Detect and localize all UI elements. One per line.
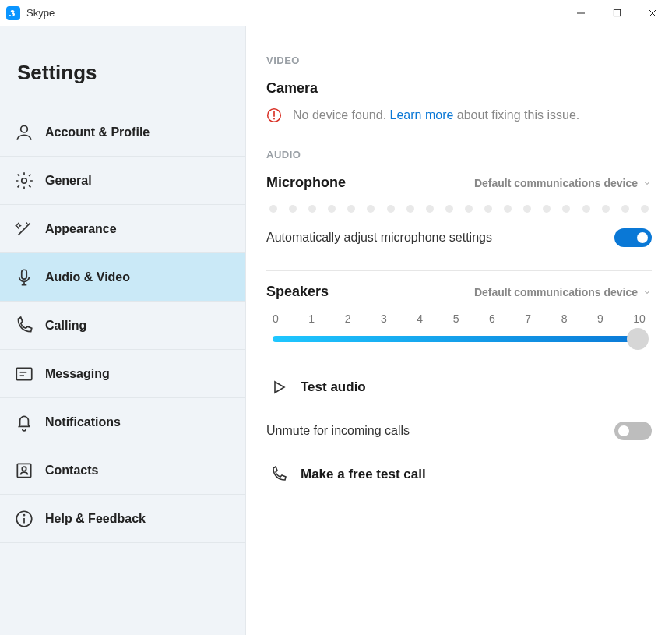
close-button[interactable] bbox=[635, 1, 670, 26]
audio-section-label: AUDIO bbox=[266, 149, 652, 161]
sidebar: Settings Account & Profile General Appea… bbox=[0, 26, 246, 635]
chevron-down-icon bbox=[642, 288, 652, 297]
contacts-icon bbox=[14, 460, 34, 481]
sidebar-item-label: Account & Profile bbox=[45, 125, 150, 139]
window-title: Skype bbox=[26, 7, 55, 19]
phone-icon bbox=[269, 465, 288, 484]
sidebar-item-label: Audio & Video bbox=[45, 270, 130, 284]
sidebar-item-messaging[interactable]: Messaging bbox=[0, 350, 245, 398]
info-icon bbox=[14, 509, 34, 529]
app-icon bbox=[6, 6, 20, 20]
phone-icon bbox=[14, 316, 34, 336]
person-icon bbox=[14, 122, 34, 143]
sidebar-item-notifications[interactable]: Notifications bbox=[0, 398, 245, 446]
camera-warning: No device found. Learn more about fixing… bbox=[266, 108, 652, 123]
unmute-incoming-toggle[interactable] bbox=[614, 422, 652, 440]
sidebar-item-label: General bbox=[45, 174, 92, 188]
speaker-volume-ticks: 012345678910 bbox=[273, 312, 646, 325]
microphone-device-select[interactable]: Default communications device bbox=[474, 177, 652, 189]
slider-thumb[interactable] bbox=[627, 328, 649, 350]
sidebar-item-label: Calling bbox=[45, 319, 86, 333]
speakers-heading: Speakers bbox=[266, 284, 329, 300]
speakers-device-select[interactable]: Default communications device bbox=[474, 286, 652, 298]
test-audio-label: Test audio bbox=[301, 379, 366, 395]
speakers-device-label: Default communications device bbox=[474, 286, 638, 298]
gear-icon bbox=[14, 171, 34, 191]
svg-rect-7 bbox=[16, 368, 32, 379]
sidebar-item-help-feedback[interactable]: Help & Feedback bbox=[0, 495, 245, 543]
microphone-device-label: Default communications device bbox=[474, 177, 638, 189]
microphone-level-meter bbox=[269, 205, 649, 213]
make-test-call-button[interactable]: Make a free test call bbox=[266, 451, 652, 498]
maximize-button[interactable] bbox=[599, 1, 635, 26]
svg-point-17 bbox=[273, 118, 275, 120]
sidebar-item-label: Notifications bbox=[45, 415, 121, 429]
microphone-heading: Microphone bbox=[266, 175, 346, 191]
message-icon bbox=[14, 364, 34, 384]
camera-heading: Camera bbox=[266, 80, 652, 97]
microphone-icon bbox=[14, 267, 34, 288]
camera-learn-more-link[interactable]: Learn more bbox=[390, 108, 454, 122]
speaker-volume-slider[interactable] bbox=[273, 328, 646, 350]
minimize-button[interactable] bbox=[563, 1, 599, 26]
play-icon bbox=[269, 378, 288, 397]
svg-point-11 bbox=[22, 467, 26, 471]
sidebar-item-label: Contacts bbox=[45, 464, 98, 478]
make-test-call-label: Make a free test call bbox=[301, 467, 426, 482]
auto-adjust-mic-label: Automatically adjust microphone settings bbox=[266, 231, 492, 245]
test-audio-button[interactable]: Test audio bbox=[266, 364, 652, 411]
sidebar-item-contacts[interactable]: Contacts bbox=[0, 446, 245, 495]
content-pane: VIDEO Camera No device found. Learn more… bbox=[246, 26, 672, 635]
sidebar-item-appearance[interactable]: Appearance bbox=[0, 205, 245, 253]
sidebar-item-label: Appearance bbox=[45, 222, 117, 236]
warning-icon bbox=[266, 108, 282, 123]
sidebar-item-audio-video[interactable]: Audio & Video bbox=[0, 253, 245, 302]
camera-warning-suffix: about fixing this issue. bbox=[453, 108, 579, 122]
svg-point-14 bbox=[23, 514, 24, 515]
svg-rect-1 bbox=[614, 9, 620, 16]
camera-warning-prefix: No device found. bbox=[293, 108, 390, 122]
unmute-incoming-label: Unmute for incoming calls bbox=[266, 424, 410, 438]
sidebar-item-label: Messaging bbox=[45, 367, 110, 381]
titlebar: Skype bbox=[0, 0, 672, 26]
sidebar-title: Settings bbox=[0, 26, 245, 108]
sidebar-item-calling[interactable]: Calling bbox=[0, 302, 245, 350]
video-section-label: VIDEO bbox=[266, 55, 652, 66]
svg-rect-6 bbox=[22, 270, 27, 279]
bell-icon bbox=[14, 412, 34, 432]
svg-point-5 bbox=[22, 178, 27, 183]
auto-adjust-mic-toggle[interactable] bbox=[614, 228, 652, 247]
wand-icon bbox=[14, 219, 34, 239]
chevron-down-icon bbox=[642, 178, 652, 188]
sidebar-item-label: Help & Feedback bbox=[45, 512, 146, 526]
sidebar-item-general[interactable]: General bbox=[0, 157, 245, 205]
sidebar-item-account-profile[interactable]: Account & Profile bbox=[0, 108, 245, 157]
svg-point-4 bbox=[21, 125, 28, 132]
